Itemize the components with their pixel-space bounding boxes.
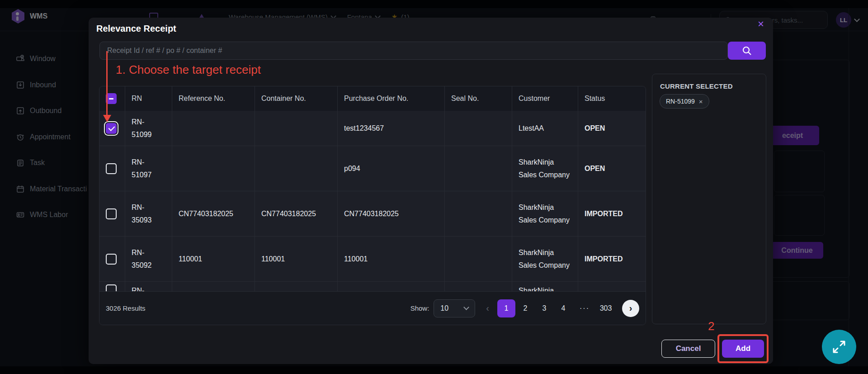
cell-purchase-order-no: test1234567 [338, 111, 445, 146]
cell-purchase-order-no: CN77403182025 [338, 191, 445, 236]
cell-rn: RN- 35092 [125, 237, 172, 281]
cell-reference-no: 110001 [172, 237, 255, 281]
cell-customer: SharkNinja [512, 282, 578, 291]
cell-seal-no [445, 146, 512, 191]
page-button-1[interactable]: 1 [497, 299, 515, 317]
current-selected-panel: CURRENT SELECTED RN-51099 × [652, 74, 766, 324]
expand-fab-button[interactable] [822, 330, 856, 364]
table-row[interactable]: RN- 35092110001110001110001SharkNinja Sa… [99, 237, 646, 282]
show-label: Show: [410, 304, 429, 312]
page-size-value: 10 [440, 304, 448, 312]
chevron-down-icon [463, 304, 469, 310]
next-page-button[interactable]: › [622, 300, 639, 317]
table-footer: 3026 Results Show: 10 ‹ 1234 ··· 303 › [99, 291, 646, 325]
cell-container-no [255, 111, 338, 146]
column-header: Status [578, 86, 646, 111]
cell-container-no [255, 282, 338, 291]
cell-reference-no [172, 146, 255, 191]
cell-rn: RN- 51099 [125, 111, 172, 146]
row-checkbox[interactable] [106, 123, 117, 134]
chip-remove-icon[interactable]: × [699, 98, 703, 105]
cancel-button[interactable]: Cancel [661, 340, 715, 358]
table-body: RN- 51099test1234567LtestAAOPENRN- 51097… [99, 111, 646, 291]
cell-container-no [255, 146, 338, 191]
cell-seal-no [445, 237, 512, 281]
cell-seal-no [445, 111, 512, 146]
cell-seal-no [445, 191, 512, 236]
cell-purchase-order-no [338, 282, 445, 291]
row-checkbox[interactable] [106, 208, 117, 219]
row-checkbox[interactable] [106, 254, 117, 265]
cell-rn: RN- 35093 [125, 191, 172, 236]
add-button[interactable]: Add [722, 340, 764, 358]
cell-customer: SharkNinja Sales Company [512, 237, 578, 281]
cell-customer: LtestAA [512, 111, 578, 146]
cell-status: OPEN [578, 146, 646, 191]
column-header: RN [125, 86, 172, 111]
table-row[interactable]: RN- 51097p094SharkNinja Sales CompanyOPE… [99, 146, 646, 191]
cell-reference-no [172, 282, 255, 291]
receipt-search-input[interactable]: Receipt Id / ref # / po # / container # [99, 42, 728, 60]
cell-status [578, 282, 646, 291]
page-button-2[interactable]: 2 [516, 299, 534, 317]
row-checkbox[interactable] [106, 163, 117, 174]
search-button[interactable] [728, 42, 766, 60]
modal-title: Relevance Receipt [96, 24, 176, 34]
column-header: Reference No. [172, 86, 255, 111]
cell-reference-no: CN77403182025 [172, 191, 255, 236]
page-button-4[interactable]: 4 [554, 299, 572, 317]
row-select-cell [99, 282, 125, 291]
screen: WMS Warehouse Management (WMS) Fontana ★… [0, 0, 868, 374]
row-select-cell [99, 237, 125, 281]
cell-reference-no [172, 111, 255, 146]
row-checkbox[interactable] [106, 284, 117, 291]
results-count: 3026 Results [106, 304, 146, 312]
prev-page-button[interactable]: ‹ [486, 303, 489, 313]
cell-rn: RN- [125, 282, 172, 291]
row-select-cell [99, 111, 125, 146]
row-select-cell [99, 191, 125, 236]
cell-customer: SharkNinja Sales Company [512, 191, 578, 236]
column-header: Seal No. [445, 86, 512, 111]
row-select-cell [99, 146, 125, 191]
cell-status: OPEN [578, 111, 646, 146]
current-selected-title: CURRENT SELECTED [660, 82, 766, 90]
table-row[interactable]: RN- SharkNinja [99, 282, 646, 291]
select-all-checkbox[interactable] [106, 93, 117, 104]
cell-status: IMPORTED [578, 191, 646, 236]
cell-purchase-order-no: 110001 [338, 237, 445, 281]
table-row[interactable]: RN- 35093CN77403182025CN77403182025CN774… [99, 191, 646, 237]
column-header: Container No. [255, 86, 338, 111]
column-header: Purchase Order No. [338, 86, 445, 111]
cell-customer: SharkNinja Sales Company [512, 146, 578, 191]
close-icon[interactable]: × [758, 19, 764, 29]
table-header-row: RNReference No.Container No.Purchase Ord… [99, 86, 646, 111]
pagination-ellipsis: ··· [577, 304, 592, 312]
cell-container-no: CN77403182025 [255, 191, 338, 236]
cell-purchase-order-no: p094 [338, 146, 445, 191]
column-header: Customer [512, 86, 578, 111]
expand-arrows-icon [831, 339, 847, 355]
page-button-3[interactable]: 3 [535, 299, 553, 317]
selected-chip-label: RN-51099 [666, 98, 695, 105]
table-row[interactable]: RN- 51099test1234567LtestAAOPEN [99, 111, 646, 146]
cell-rn: RN- 51097 [125, 146, 172, 191]
cell-status: IMPORTED [578, 237, 646, 281]
pagination: 1234 [497, 299, 572, 317]
page-button-last[interactable]: 303 [597, 299, 615, 317]
relevance-receipt-modal: Relevance Receipt × Receipt Id / ref # /… [89, 18, 773, 364]
receipt-search-placeholder: Receipt Id / ref # / po # / container # [107, 47, 222, 55]
page-size-select[interactable]: 10 [434, 299, 475, 317]
cell-container-no: 110001 [255, 237, 338, 281]
cell-seal-no [445, 282, 512, 291]
receipts-table: RNReference No.Container No.Purchase Ord… [99, 86, 646, 325]
selected-chip: RN-51099 × [660, 94, 709, 109]
select-all-cell [99, 86, 125, 111]
search-icon [742, 46, 752, 56]
